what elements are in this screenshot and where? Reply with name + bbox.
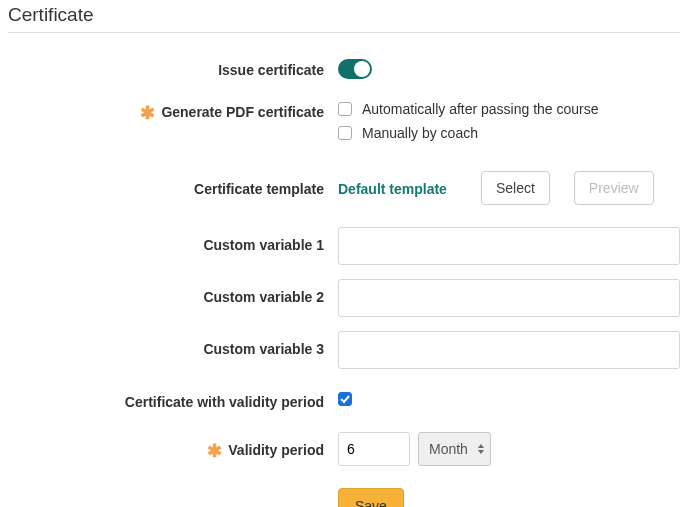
custom-var-3-label: Custom variable 3 (8, 331, 338, 357)
validity-enabled-checkbox[interactable] (338, 392, 352, 406)
select-template-button[interactable]: Select (481, 171, 550, 205)
generate-pdf-manual-checkbox[interactable] (338, 126, 352, 140)
custom-var-1-label: Custom variable 1 (8, 227, 338, 253)
generate-pdf-manual-label: Manually by coach (362, 125, 478, 141)
generate-pdf-auto-label: Automatically after passing the course (362, 101, 599, 117)
preview-template-button[interactable]: Preview (574, 171, 654, 205)
required-star-icon: ✱ (140, 103, 155, 123)
custom-var-1-input[interactable] (338, 227, 680, 265)
custom-var-2-label: Custom variable 2 (8, 279, 338, 305)
required-star-icon: ✱ (207, 441, 222, 461)
custom-var-3-input[interactable] (338, 331, 680, 369)
validity-period-label: ✱ Validity period (8, 432, 338, 458)
generate-pdf-auto-checkbox[interactable] (338, 102, 352, 116)
validity-period-value-input[interactable] (338, 432, 410, 466)
save-button[interactable]: Save (338, 488, 404, 507)
issue-certificate-label: Issue certificate (8, 59, 338, 78)
certificate-template-value[interactable]: Default template (338, 179, 447, 197)
validity-period-unit-select[interactable]: Month (418, 432, 491, 466)
validity-enabled-label: Certificate with validity period (8, 391, 338, 410)
custom-var-2-input[interactable] (338, 279, 680, 317)
certificate-template-label: Certificate template (8, 171, 338, 197)
issue-certificate-toggle[interactable] (338, 59, 372, 79)
page-title: Certificate (8, 4, 680, 26)
chevron-updown-icon (478, 444, 484, 454)
title-divider (8, 32, 680, 33)
generate-pdf-label: ✱ Generate PDF certificate (8, 101, 338, 120)
